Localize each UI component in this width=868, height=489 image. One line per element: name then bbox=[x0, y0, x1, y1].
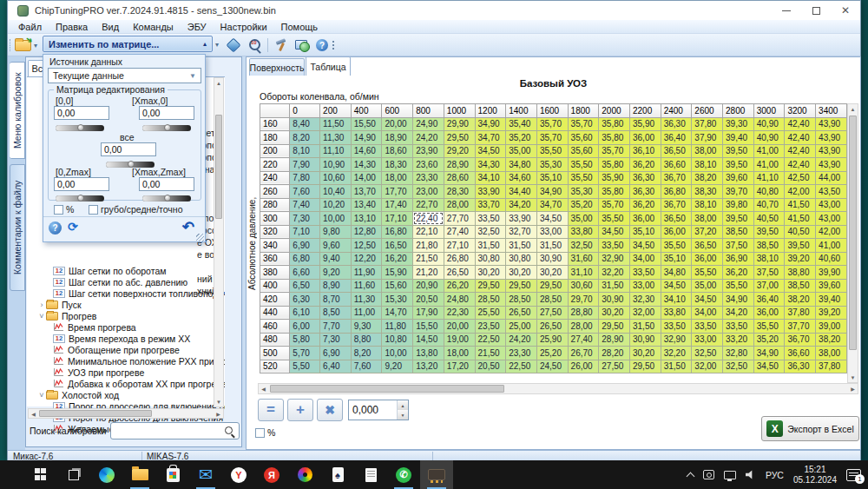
grid-cell[interactable]: 32,20 bbox=[661, 347, 692, 360]
grid-cell[interactable]: 36,70 bbox=[785, 333, 816, 347]
grid-row-header[interactable]: 400 bbox=[260, 279, 290, 293]
taskbar-paint-button[interactable] bbox=[288, 460, 321, 489]
grid-cell[interactable]: 36,30 bbox=[785, 360, 816, 373]
grid-cell[interactable]: 6,90 bbox=[320, 347, 352, 360]
grid-cell[interactable]: 6,00 bbox=[290, 320, 320, 334]
tree-item[interactable]: 12Шаг сетки по абс. давлению bbox=[27, 276, 225, 287]
grid-col-header[interactable]: 2600 bbox=[692, 104, 723, 118]
scroll-up-icon[interactable]: ▲ bbox=[848, 104, 858, 114]
expander-closed-icon[interactable]: › bbox=[37, 301, 46, 309]
grid-cell[interactable]: 23,50 bbox=[475, 320, 506, 334]
menu-Помощь[interactable]: Помощь bbox=[274, 21, 326, 33]
tray-expand-icon[interactable] bbox=[686, 472, 694, 480]
grid-cell[interactable]: 35,20 bbox=[753, 333, 785, 347]
grid-cell[interactable]: 9,40 bbox=[320, 252, 352, 266]
scroll-left-icon[interactable]: ◀ bbox=[29, 409, 38, 418]
grid-cell[interactable]: 35,10 bbox=[661, 252, 692, 266]
all-input[interactable] bbox=[101, 142, 156, 156]
grid-cell[interactable]: 30,20 bbox=[629, 347, 661, 360]
grid-cell[interactable]: 42,40 bbox=[785, 131, 816, 145]
grid-cell[interactable]: 18,90 bbox=[382, 131, 413, 145]
grid-cell[interactable]: 38,20 bbox=[816, 333, 847, 347]
grid-cell[interactable]: 29,50 bbox=[475, 279, 506, 293]
grid-cell[interactable]: 5,70 bbox=[290, 347, 320, 360]
grid-cell[interactable]: 43,90 bbox=[816, 144, 847, 158]
grid-cell[interactable]: 34,50 bbox=[692, 293, 723, 307]
grid-cell[interactable]: 22,50 bbox=[506, 360, 537, 373]
grid-cell[interactable]: 14,50 bbox=[413, 333, 444, 347]
grid-cell[interactable]: 30,80 bbox=[475, 252, 506, 266]
grid-cell[interactable]: 39,50 bbox=[723, 212, 754, 226]
grid-cell[interactable]: 9,80 bbox=[320, 225, 352, 239]
corner-br-slider[interactable] bbox=[142, 195, 191, 202]
grid-cell[interactable]: 34,90 bbox=[753, 347, 785, 360]
grid-cell[interactable]: 37,70 bbox=[785, 320, 816, 334]
grid-cell[interactable]: 41,00 bbox=[816, 239, 847, 253]
grid-cell[interactable]: 34,50 bbox=[475, 144, 506, 158]
minimize-button[interactable] bbox=[772, 1, 801, 20]
grid-cell[interactable]: 36,20 bbox=[629, 198, 661, 212]
grid-cell[interactable]: 27,10 bbox=[444, 239, 475, 253]
grid-cell[interactable]: 27,70 bbox=[444, 212, 475, 226]
grid-cell[interactable]: 42,50 bbox=[785, 171, 816, 185]
grid-cell[interactable]: 30,90 bbox=[629, 333, 661, 347]
grid-cell[interactable]: 15,50 bbox=[351, 117, 382, 131]
grid-cell[interactable]: 33,90 bbox=[506, 212, 537, 226]
grid-cell[interactable]: 34,40 bbox=[506, 185, 537, 199]
grid-cell[interactable]: 12,80 bbox=[351, 225, 382, 239]
taskbar-start-button[interactable] bbox=[24, 460, 57, 489]
grid-cell[interactable]: 35,70 bbox=[536, 117, 568, 131]
grid-cell[interactable]: 30,20 bbox=[475, 266, 506, 280]
grid-cell[interactable]: 35,70 bbox=[599, 144, 630, 158]
grid-cell[interactable]: 33,70 bbox=[475, 198, 506, 212]
grid-cell[interactable]: 35,10 bbox=[629, 225, 661, 239]
grid-col-header[interactable]: 1600 bbox=[536, 104, 568, 118]
grid-cell[interactable]: 43,50 bbox=[816, 185, 847, 199]
grid-cell[interactable]: 35,10 bbox=[536, 171, 568, 185]
grid-col-header[interactable]: 1800 bbox=[568, 104, 599, 118]
grid-cell[interactable]: 35,50 bbox=[692, 266, 723, 280]
grid-cell[interactable]: 6,90 bbox=[290, 239, 320, 253]
grid-cell[interactable]: 17,70 bbox=[382, 185, 413, 199]
grid-row-header[interactable]: 420 bbox=[260, 293, 290, 307]
grid-cell[interactable]: 26,50 bbox=[444, 266, 475, 280]
grid-cell[interactable]: 36,50 bbox=[661, 144, 692, 158]
grid-cell[interactable]: 42,40 bbox=[785, 144, 816, 158]
corner-tr-slider[interactable] bbox=[142, 125, 191, 131]
grid-cell[interactable]: 6,80 bbox=[290, 252, 320, 266]
grid-col-header[interactable]: 400 bbox=[351, 104, 382, 118]
grid-cell[interactable]: 34,90 bbox=[475, 117, 506, 131]
grid-cell[interactable]: 16,80 bbox=[382, 225, 413, 239]
grid-cell[interactable]: 15,90 bbox=[382, 266, 413, 280]
grid-cell[interactable]: 9,20 bbox=[320, 266, 352, 280]
grid-cell[interactable]: 29,90 bbox=[444, 117, 475, 131]
grid-cell[interactable]: 37,80 bbox=[816, 360, 847, 373]
grid-cell[interactable]: 36,70 bbox=[661, 198, 692, 212]
grid-cell[interactable]: 39,50 bbox=[785, 239, 816, 253]
menu-ЭБУ[interactable]: ЭБУ bbox=[181, 21, 214, 33]
grid-cell[interactable]: 36,00 bbox=[629, 212, 661, 226]
grid-cell[interactable]: 8,20 bbox=[290, 131, 320, 145]
grid-cell[interactable]: 33,00 bbox=[536, 225, 568, 239]
table-vertical-scrollbar[interactable]: ▲ ▼ bbox=[847, 103, 858, 383]
grid-cell[interactable]: 21,80 bbox=[413, 239, 444, 253]
grid-cell[interactable]: 31,50 bbox=[536, 239, 568, 253]
grid-cell[interactable]: 34,00 bbox=[629, 252, 661, 266]
grid-row-header[interactable]: 340 bbox=[260, 239, 290, 253]
grid-cell[interactable]: 13,20 bbox=[413, 360, 444, 373]
grid-cell[interactable]: 8,10 bbox=[290, 144, 320, 158]
grid-cell[interactable]: 9,20 bbox=[382, 360, 413, 373]
grid-col-header[interactable]: 3400 bbox=[816, 104, 847, 118]
grid-cell[interactable]: 35,70 bbox=[599, 198, 630, 212]
grid-cell[interactable]: 36,40 bbox=[753, 293, 785, 307]
grid-cell[interactable]: 36,50 bbox=[692, 239, 723, 253]
grid-cell[interactable]: 30,90 bbox=[536, 252, 568, 266]
expander-open-icon[interactable]: ˅ bbox=[37, 391, 46, 400]
menu-Правка[interactable]: Правка bbox=[49, 21, 95, 33]
grid-cell[interactable]: 23,00 bbox=[413, 185, 444, 199]
grid-cell[interactable]: 35,70 bbox=[536, 131, 568, 145]
grid-cell[interactable]: 30,60 bbox=[568, 279, 599, 293]
grid-cell[interactable]: 42,40 bbox=[785, 117, 816, 131]
tree-item[interactable]: Обогащение при прогреве bbox=[27, 344, 225, 355]
grid-cell[interactable]: 43,90 bbox=[816, 117, 847, 131]
